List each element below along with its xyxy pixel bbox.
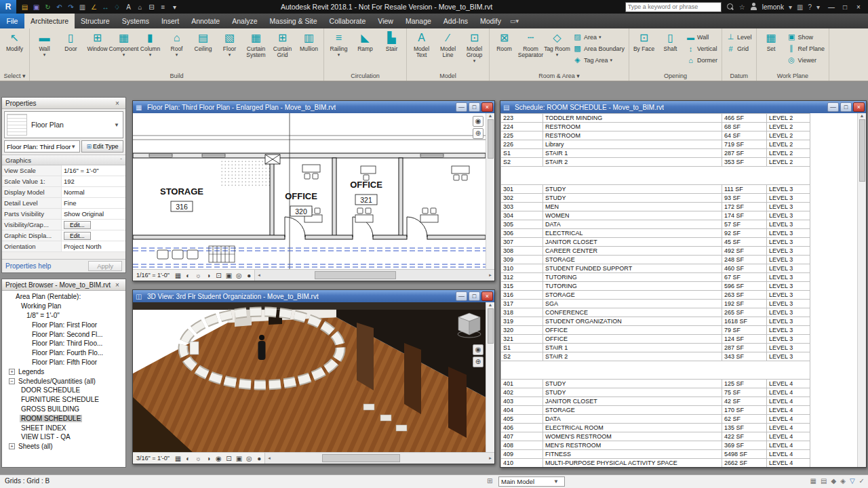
ribbon-button-vertical[interactable]: ↕Vertical	[684, 43, 720, 54]
schedule-cell-level[interactable]: LEVEL 2	[767, 158, 810, 167]
ribbon-button-wall[interactable]: ▬Wall	[684, 31, 720, 43]
browser-item-sheet-index[interactable]: SHEET INDEX	[2, 423, 125, 432]
schedule-cell-level[interactable]: LEVEL 3	[767, 317, 810, 326]
schedule-window-titlebar[interactable]: ▤ Schedule: ROOM SCHEDULE - Move_to_BIM.…	[500, 101, 866, 113]
view-selector-dropdown-icon[interactable]: ▼	[71, 144, 79, 150]
ribbon-panel-label[interactable]: Circulation	[324, 71, 406, 81]
schedule-cell-name[interactable]: SGA	[543, 300, 722, 308]
schedule-cell-number[interactable]: 406	[501, 424, 543, 432]
show-crop-region-icon[interactable]: ▣	[234, 455, 244, 462]
drag-on-selection-icon[interactable]: ◈	[840, 477, 846, 485]
schedule-cell-name[interactable]: FITNESS	[543, 450, 722, 459]
schedule-cell-area[interactable]: 287 SF	[722, 149, 767, 158]
schedule-cell-name[interactable]: STUDY	[543, 185, 722, 194]
schedule-cell-name[interactable]: Library	[543, 140, 722, 149]
horizontal-scrollbar[interactable]: ◂ ▸	[264, 453, 494, 464]
horizontal-scrollbar[interactable]: ◂ ▸	[254, 270, 494, 281]
tab-massing-site[interactable]: Massing & Site	[264, 14, 323, 28]
ribbon-button-by-face[interactable]: ⊡By Face	[631, 29, 657, 52]
sun-path-icon[interactable]: ☼	[193, 455, 203, 462]
schedule-cell-name[interactable]: STORAGE	[543, 256, 722, 264]
schedule-cell-name[interactable]: WOMEN	[543, 211, 722, 220]
tab-manage[interactable]: Manage	[399, 14, 437, 28]
ribbon-button-model-text[interactable]: AModel Text	[408, 29, 435, 58]
tab-collaborate[interactable]: Collaborate	[323, 14, 372, 28]
scroll-left-icon[interactable]: ◂	[265, 453, 273, 464]
ribbon-button-mullion[interactable]: ▥Mullion	[296, 29, 322, 52]
schedule-cell-level[interactable]: LEVEL 4	[767, 441, 810, 450]
schedule-cell-level[interactable]: LEVEL 3	[767, 326, 810, 335]
favorites-star-icon[interactable]: ☆	[739, 3, 745, 11]
ribbon-button-wall[interactable]: ▬Wall▾	[31, 29, 58, 57]
schedule-cell-number[interactable]: 318	[501, 308, 543, 317]
schedule-cell-area[interactable]: 466 SF	[722, 114, 767, 123]
schedule-cell-name[interactable]: MEN'S RESTROOM	[543, 441, 722, 450]
schedule-cell-level[interactable]: LEVEL 3	[767, 273, 810, 282]
schedule-cell-area[interactable]: 265 SF	[722, 308, 767, 317]
detail-level-icon[interactable]: ▦	[173, 455, 183, 462]
ribbon-button-ramp[interactable]: ◣Ramp	[352, 29, 378, 52]
schedule-cell-area[interactable]: 135 SF	[722, 424, 767, 432]
temporary-hide-isolate-icon[interactable]: ◎	[234, 272, 244, 279]
crop-view-icon[interactable]: ⊡	[224, 455, 234, 462]
schedule-cell-name[interactable]: RESTROOM	[543, 123, 722, 131]
tab-insert[interactable]: Insert	[155, 14, 185, 28]
schedule-cell-level[interactable]: LEVEL 3	[767, 264, 810, 273]
print-icon[interactable]: ▥	[77, 3, 88, 11]
schedule-cell-area[interactable]: 125 SF	[722, 380, 767, 388]
schedule-cell-number[interactable]: 321	[501, 335, 543, 344]
tab-architecture[interactable]: Architecture	[24, 14, 75, 28]
minimize-button[interactable]: —	[456, 102, 467, 112]
schedule-cell-area[interactable]: 422 SF	[722, 432, 767, 441]
schedule-cell-level[interactable]: LEVEL 4	[767, 424, 810, 432]
schedule-cell-level[interactable]: LEVEL 2	[767, 131, 810, 140]
show-crop-region-icon[interactable]: ▣	[224, 272, 234, 279]
schedule-cell-number[interactable]: 409	[501, 450, 543, 459]
collapse-section-icon[interactable]: ˆ	[120, 157, 122, 163]
schedule-cell-level[interactable]: LEVEL 3	[767, 282, 810, 291]
schedule-cell-name[interactable]: STAIR 2	[543, 352, 722, 361]
measure-icon[interactable]: ∠	[88, 3, 100, 11]
ribbon-button-room[interactable]: ⊠Room	[491, 29, 517, 52]
help-search-box[interactable]	[625, 2, 722, 12]
ribbon-button-area-boundary[interactable]: ▩Area Boundary	[570, 43, 627, 54]
vertical-scrollbar[interactable]: ▲	[857, 113, 866, 467]
zoom-icon[interactable]: ⊕	[473, 128, 484, 139]
room-label-storage[interactable]: STORAGE	[160, 186, 203, 197]
schedule-cell-level[interactable]: LEVEL 3	[767, 229, 810, 238]
schedule-cell-level[interactable]: LEVEL 3	[767, 220, 810, 229]
browser-item-gross-building[interactable]: GROSS BUILDING	[2, 405, 125, 414]
ribbon-panel-label[interactable]: Select ▾	[0, 71, 29, 81]
schedule-cell-level[interactable]: LEVEL 4	[767, 459, 810, 468]
schedule-cell-area[interactable]: 124 SF	[722, 335, 767, 344]
schedule-cell-number[interactable]: 304	[501, 211, 543, 220]
scroll-right-icon[interactable]: ▸	[486, 270, 494, 281]
sync-with-central-icon[interactable]: ↻	[42, 3, 54, 11]
select-links-icon[interactable]: ▦	[810, 477, 816, 485]
schedule-cell-name[interactable]: ELECTRICAL	[543, 229, 722, 238]
edit-button[interactable]: Edit...	[64, 221, 91, 229]
reveal-hidden-elements-icon[interactable]: ●	[244, 272, 254, 279]
ribbon-button-window[interactable]: ⊞Window	[84, 29, 111, 52]
ribbon-panel-label[interactable]: Datum	[722, 71, 756, 81]
schedule-cell-name[interactable]: TUTORING	[543, 273, 722, 282]
schedule-cell-level[interactable]: LEVEL 3	[767, 238, 810, 247]
schedule-cell-name[interactable]: RESTROOM	[543, 131, 722, 140]
schedule-cell-number[interactable]: 310	[501, 264, 543, 273]
restore-button[interactable]: □	[838, 3, 852, 11]
schedule-cell-area[interactable]: 492 SF	[722, 247, 767, 256]
browser-item-floor-plan-first-floor[interactable]: Floor Plan: First Floor	[2, 320, 125, 329]
ribbon-display-toggle-icon[interactable]: ▭▾	[510, 14, 519, 28]
browser-item-1-8-1-0[interactable]: 1/8" = 1'-0"	[2, 311, 125, 321]
schedule-cell-name[interactable]: STORAGE	[543, 291, 722, 300]
schedule-cell-number[interactable]: 309	[501, 256, 543, 264]
schedule-cell-area[interactable]: 263 SF	[722, 291, 767, 300]
tab-file[interactable]: File	[0, 14, 24, 28]
floor-plan-canvas[interactable]: STORAGE 316 OFFICE 320 OFFICE 321	[133, 113, 486, 270]
collapse-icon[interactable]: −	[9, 378, 15, 384]
graphics-section-header[interactable]: Graphics ˆ	[2, 155, 125, 165]
schedule-cell-name[interactable]: OFFICE	[543, 326, 722, 335]
scroll-left-icon[interactable]: ◂	[255, 270, 263, 281]
schedule-cell-number[interactable]: 226	[501, 140, 543, 149]
schedule-cell-number[interactable]: 312	[501, 273, 543, 282]
